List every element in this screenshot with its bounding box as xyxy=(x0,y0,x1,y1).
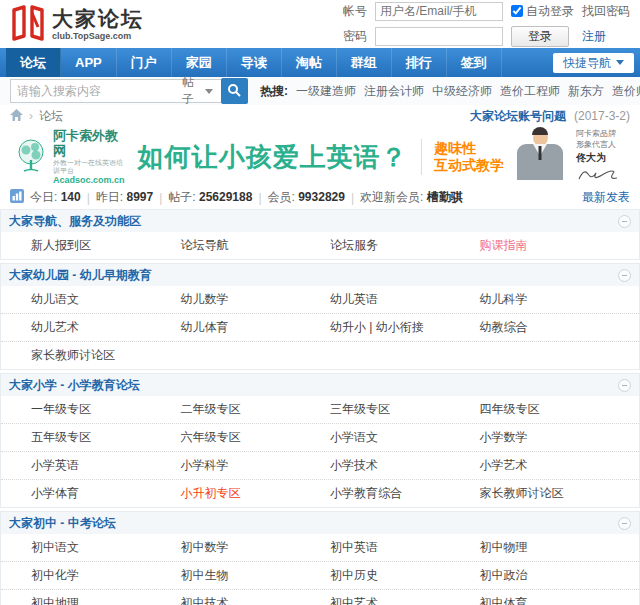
search-input[interactable] xyxy=(11,84,173,98)
forum-link[interactable]: 小学英语 xyxy=(31,452,181,479)
hot-search-link[interactable]: 中级经济师 xyxy=(432,83,492,100)
forum-link[interactable]: 小学科学 xyxy=(181,452,331,479)
hot-search-link[interactable]: 一级建造师 xyxy=(296,83,356,100)
forum-link[interactable]: 幼儿体育 xyxy=(181,314,331,341)
divider xyxy=(421,139,422,175)
quick-nav-label: 快捷导航 xyxy=(563,53,611,73)
ad-banner[interactable]: 阿卡索外教网 外教一对一在线英语培训平台 Acadsoc.com.cn 如何让小… xyxy=(0,127,640,187)
forum-section-2: 大家幼儿园 - 幼儿早期教育幼儿语文幼儿数学幼儿英语幼儿科学幼儿艺术幼儿体育幼升… xyxy=(0,263,640,370)
forum-link[interactable]: 小学艺术 xyxy=(480,452,630,479)
collapse-icon[interactable] xyxy=(618,379,631,392)
nav-tab-8[interactable]: 排行 xyxy=(392,48,447,77)
forum-link[interactable]: 家长教师讨论区 xyxy=(31,342,181,369)
forum-link[interactable]: 初中物理 xyxy=(480,534,630,561)
tree-logo-icon xyxy=(14,138,48,177)
forum-link[interactable]: 初中数学 xyxy=(181,534,331,561)
forum-row: 小学英语小学科学小学技术小学艺术 xyxy=(1,452,639,480)
forum-link[interactable]: 一年级专区 xyxy=(31,396,181,423)
search-type-select[interactable]: 帖子 xyxy=(173,74,222,108)
forum-link[interactable]: 初中政治 xyxy=(480,562,630,589)
nav-tab-7[interactable]: 群组 xyxy=(337,48,392,77)
section-header: 大家幼儿园 - 幼儿早期教育 xyxy=(1,264,639,286)
nav-tab-3[interactable]: 门户 xyxy=(117,48,172,77)
breadcrumb-row: › 论坛 大家论坛账号问题 (2017-3-2) xyxy=(0,105,640,127)
login-button[interactable]: 登录 xyxy=(511,26,569,47)
collapse-icon[interactable] xyxy=(618,517,631,530)
forum-link[interactable]: 初中技术 xyxy=(181,590,331,605)
hot-search-link[interactable]: 造价师 xyxy=(612,83,640,100)
forum-link[interactable]: 家长教师讨论区 xyxy=(480,480,630,507)
forum-link[interactable]: 小学教育综合 xyxy=(330,480,480,507)
forum-link[interactable]: 小学语文 xyxy=(330,424,480,451)
forum-link[interactable]: 初中地理 xyxy=(31,590,181,605)
forum-link[interactable]: 幼儿数学 xyxy=(181,286,331,313)
forum-link[interactable]: 幼升小 | 幼小衔接 xyxy=(330,314,480,341)
hot-search-link[interactable]: 新东方 xyxy=(568,83,604,100)
collapse-icon[interactable] xyxy=(618,269,631,282)
account-input[interactable] xyxy=(375,2,503,21)
forum-link[interactable]: 初中体育 xyxy=(480,590,630,605)
forum-link[interactable]: 初中艺术 xyxy=(330,590,480,605)
forum-link[interactable]: 四年级专区 xyxy=(480,396,630,423)
forum-sections: 大家导航、服务及功能区新人报到区论坛导航论坛服务购课指南大家幼儿园 - 幼儿早期… xyxy=(0,208,640,605)
forum-link[interactable]: 论坛导航 xyxy=(181,232,331,259)
section-header: 大家导航、服务及功能区 xyxy=(1,210,639,232)
nav-tab-1[interactable]: 论坛 xyxy=(6,48,61,77)
forum-link[interactable]: 幼儿艺术 xyxy=(31,314,181,341)
forum-link[interactable]: 论坛服务 xyxy=(330,232,480,259)
register-link[interactable]: 注册 xyxy=(582,28,630,45)
forum-link[interactable]: 初中语文 xyxy=(31,534,181,561)
nav-tab-5[interactable]: 导读 xyxy=(227,48,282,77)
section-title[interactable]: 大家导航、服务及功能区 xyxy=(9,213,141,230)
nav-tab-9[interactable]: 签到 xyxy=(447,48,502,77)
forum-link[interactable]: 二年级专区 xyxy=(181,396,331,423)
hot-search-link[interactable]: 造价工程师 xyxy=(500,83,560,100)
forum-link[interactable]: 新人报到区 xyxy=(31,232,181,259)
latest-posts-link[interactable]: 最新发表 xyxy=(582,189,630,206)
account-notice-link[interactable]: 大家论坛账号问题 xyxy=(470,108,566,125)
breadcrumb-current[interactable]: 论坛 xyxy=(39,108,63,125)
forgot-password-link[interactable]: 找回密码 xyxy=(582,3,630,20)
forum-link[interactable]: 幼儿英语 xyxy=(330,286,480,313)
auto-login-checkbox[interactable] xyxy=(511,5,523,17)
endorser-caption: 阿卡索品牌形象代言人 佟大为 xyxy=(576,128,626,187)
forum-row: 幼儿艺术幼儿体育幼升小 | 幼小衔接幼教综合 xyxy=(1,314,639,342)
site-logo[interactable]: 大家论坛 club.TopSage.com xyxy=(10,5,144,44)
nav-tab-2[interactable]: APP xyxy=(61,48,117,77)
nav-tab-4[interactable]: 家园 xyxy=(172,48,227,77)
section-title[interactable]: 大家小学 - 小学教育论坛 xyxy=(9,377,140,394)
forum-link[interactable]: 初中生物 xyxy=(181,562,331,589)
forum-link[interactable]: 小学技术 xyxy=(330,452,480,479)
forum-section-4: 大家初中 - 中考论坛初中语文初中数学初中英语初中物理初中化学初中生物初中历史初… xyxy=(0,511,640,605)
quick-nav-button[interactable]: 快捷导航 xyxy=(553,53,634,73)
forum-link[interactable]: 小学体育 xyxy=(31,480,181,507)
section-title[interactable]: 大家初中 - 中考论坛 xyxy=(9,515,116,532)
hot-search: 热搜: 一级建造师注册会计师中级经济师造价工程师新东方造价师初级会计一建经济师 xyxy=(260,83,640,100)
forum-link[interactable]: 幼儿语文 xyxy=(31,286,181,313)
forum-link[interactable]: 初中历史 xyxy=(330,562,480,589)
home-icon[interactable] xyxy=(10,109,23,124)
brand-url: Acadsoc.com.cn xyxy=(53,175,125,185)
forum-row: 家长教师讨论区 xyxy=(1,342,639,369)
forum-link[interactable]: 初中化学 xyxy=(31,562,181,589)
stat-separator: | xyxy=(159,191,162,205)
section-title[interactable]: 大家幼儿园 - 幼儿早期教育 xyxy=(9,267,152,284)
signature-icon xyxy=(576,166,622,187)
forum-link[interactable]: 三年级专区 xyxy=(330,396,480,423)
password-input[interactable] xyxy=(375,27,503,46)
main-nav: 论坛APP门户家园导读淘帖群组排行签到 快捷导航 xyxy=(0,48,640,77)
search-button[interactable] xyxy=(221,78,248,104)
forum-link[interactable]: 小学数学 xyxy=(480,424,630,451)
forum-link[interactable]: 小升初专区 xyxy=(181,480,331,507)
forum-link[interactable]: 六年级专区 xyxy=(181,424,331,451)
search-bar: 帖子 热搜: 一级建造师注册会计师中级经济师造价工程师新东方造价师初级会计一建经… xyxy=(0,77,640,105)
collapse-icon[interactable] xyxy=(618,215,631,228)
forum-link[interactable]: 购课指南 xyxy=(480,232,630,259)
nav-tab-6[interactable]: 淘帖 xyxy=(282,48,337,77)
forum-link[interactable]: 幼教综合 xyxy=(480,314,630,341)
section-header: 大家初中 - 中考论坛 xyxy=(1,512,639,534)
forum-link[interactable]: 幼儿科学 xyxy=(480,286,630,313)
forum-link[interactable]: 五年级专区 xyxy=(31,424,181,451)
forum-link[interactable]: 初中英语 xyxy=(330,534,480,561)
hot-search-link[interactable]: 注册会计师 xyxy=(364,83,424,100)
